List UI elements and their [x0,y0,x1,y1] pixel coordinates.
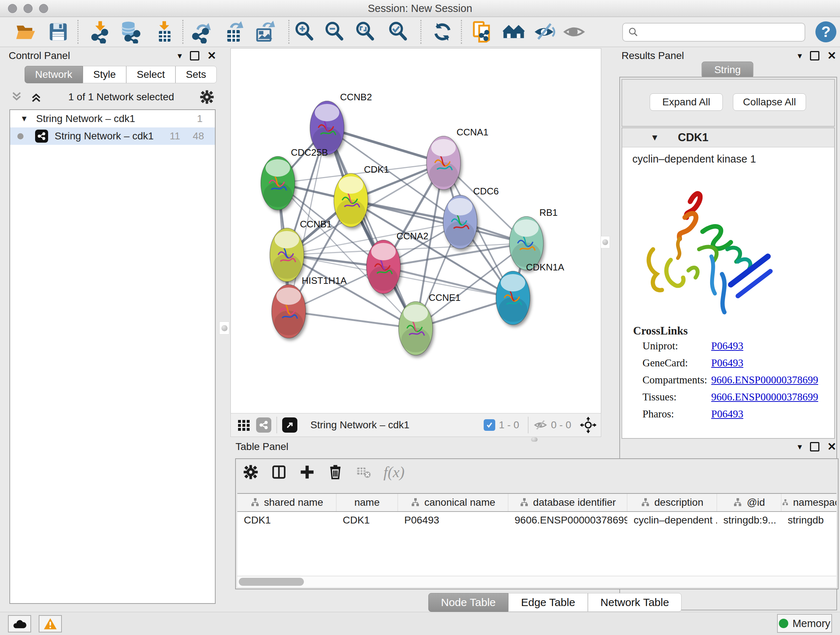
home-networks-button[interactable] [502,20,525,43]
table-cell[interactable]: CDK1 [336,511,398,529]
network-node-ccna2[interactable] [366,240,401,294]
network-node-ccne1[interactable] [399,302,433,355]
column-header-namespace[interactable]: namespace [782,494,837,511]
network-options-gear-icon[interactable] [199,89,215,105]
collapse-all-icon[interactable] [9,90,24,104]
memory-button[interactable]: Memory [777,614,832,633]
left-splitter-handle[interactable] [219,321,229,334]
tab-node-table[interactable]: Node Table [428,593,508,612]
show-column-icon[interactable] [271,464,287,480]
crosslink-link[interactable]: 9606.ENSP00000378699 [711,391,818,403]
table-cell[interactable]: cyclin–dependent ... [627,511,717,529]
network-collection-row[interactable]: ▼ String Network – cdk1 1 [10,110,215,127]
crosslink-link[interactable]: P06493 [711,408,744,420]
tab-network[interactable]: Network [25,66,83,83]
network-node-cdc6[interactable] [443,195,477,249]
table-header-row[interactable]: shared namenamecanonical namedatabase id… [237,494,836,511]
warnings-button[interactable] [39,615,62,632]
crosslink-link[interactable]: P06493 [711,357,744,369]
selected-checkbox-icon[interactable] [484,419,495,431]
table-horizontal-scrollbar[interactable] [237,576,836,587]
gene-collapse-icon[interactable]: ▼ [651,133,659,143]
tab-network-table[interactable]: Network Table [588,593,682,612]
network-node-cdk1[interactable] [334,173,368,227]
export-table-button[interactable] [223,20,246,43]
expand-all-button[interactable]: Expand All [650,93,723,111]
cloud-status-button[interactable] [8,615,31,632]
control-panel-close-icon[interactable]: ✕ [207,49,216,62]
show-hidden-eye-icon[interactable] [562,20,586,43]
open-session-button[interactable] [14,20,38,43]
import-network-from-database-button[interactable] [119,20,142,43]
collapse-all-button[interactable]: Collapse All [733,93,806,111]
import-network-button[interactable] [88,20,112,43]
results-panel-menu-icon[interactable]: ▾ [798,51,802,61]
control-panel-menu-icon[interactable]: ▾ [178,51,182,61]
network-edge[interactable] [327,128,416,328]
open-in-window-icon[interactable] [282,417,297,432]
zoom-out-button[interactable] [323,20,346,43]
network-node-hist1h1a[interactable] [272,285,306,338]
network-row[interactable]: String Network – cdk1 11 48 [10,127,215,145]
scrollbar-thumb[interactable] [239,578,304,586]
refresh-view-button[interactable] [431,20,454,43]
table-cell[interactable]: 9606.ENSP00000378699 [508,511,627,529]
network-node-ccna1[interactable] [426,136,461,190]
tab-style[interactable]: Style [83,66,126,83]
expand-all-icon[interactable] [29,90,43,104]
table-panel-float-icon[interactable] [810,442,819,451]
column-header-name[interactable]: name [336,494,398,511]
search-box[interactable] [622,23,805,42]
crosslink-link[interactable]: 9606.ENSP00000378699 [711,374,818,386]
table-cell[interactable]: CDK1 [237,511,336,529]
results-panel-float-icon[interactable] [810,51,819,60]
create-column-plus-icon[interactable] [299,464,316,480]
save-session-button[interactable] [47,20,70,43]
export-network-button[interactable] [190,20,213,43]
network-edge[interactable] [327,128,444,163]
network-node-cdkn1a[interactable] [496,271,530,325]
grid-view-icon[interactable] [237,418,251,432]
network-node-ccnb1[interactable] [270,228,304,282]
tab-select[interactable]: Select [126,66,175,83]
results-panel-close-icon[interactable]: ✕ [827,49,836,62]
table-cell[interactable]: stringdb:9... [717,511,782,529]
delete-column-trash-icon[interactable] [327,464,344,480]
network-node-cdc25b[interactable] [261,157,295,210]
control-panel-float-icon[interactable] [190,51,199,60]
help-button[interactable]: ? [815,21,836,42]
zoom-fit-button[interactable] [354,20,377,43]
gene-entry-header[interactable]: ▼ CDK1 [622,128,834,147]
network-graph[interactable]: CCNB2CCNA1CDC25BCDK1CDC6RB1CCNB1CCNA2CDK… [231,49,600,412]
table-panel-close-icon[interactable]: ✕ [827,440,836,453]
clone-network-button[interactable] [470,20,493,43]
network-view-canvas[interactable]: CCNB2CCNA1CDC25BCDK1CDC6RB1CCNB1CCNA2CDK… [231,48,601,413]
table-row[interactable]: CDK1CDK1P064939606.ENSP00000378699cyclin… [237,511,836,529]
table-options-gear-icon[interactable] [242,464,259,480]
close-window-button[interactable] [8,4,17,13]
table-cell[interactable]: stringdb [782,511,837,529]
zoom-window-button[interactable] [39,4,48,13]
column-header-database-identifier[interactable]: database identifier [508,494,627,511]
tab-edge-table[interactable]: Edge Table [508,593,588,612]
network-view-mode-icon[interactable] [256,417,271,432]
table-panel-menu-icon[interactable]: ▾ [798,442,802,452]
crosslink-link[interactable]: P06493 [711,340,744,352]
zoom-in-button[interactable] [293,20,316,43]
column-header--id[interactable]: @id [717,494,782,511]
fit-content-crosshair-icon[interactable] [580,417,597,433]
network-edge[interactable] [289,311,416,328]
hide-unhide-button[interactable] [533,20,556,43]
minimize-window-button[interactable] [24,4,33,13]
import-table-button[interactable] [153,20,176,43]
search-input[interactable] [639,27,805,38]
column-header-description[interactable]: description [627,494,717,511]
table-cell[interactable]: P06493 [398,511,508,529]
collection-expand-icon[interactable]: ▼ [20,114,28,124]
tab-string[interactable]: String [701,62,753,78]
network-node-ccnb2[interactable] [310,101,344,155]
zoom-selected-button[interactable] [387,20,410,43]
column-header-canonical-name[interactable]: canonical name [398,494,508,511]
export-image-button[interactable] [254,20,277,43]
tab-sets[interactable]: Sets [175,66,217,83]
